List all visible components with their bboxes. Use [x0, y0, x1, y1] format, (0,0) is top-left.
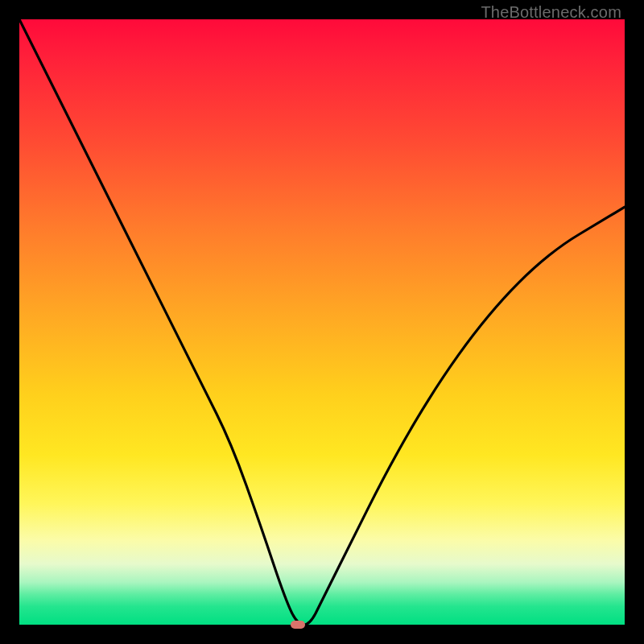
bottleneck-curve-path — [19, 19, 625, 625]
optimum-marker — [291, 621, 305, 629]
chart-frame: TheBottleneck.com — [0, 0, 644, 644]
plot-area — [19, 19, 625, 625]
curve-svg — [19, 19, 625, 625]
